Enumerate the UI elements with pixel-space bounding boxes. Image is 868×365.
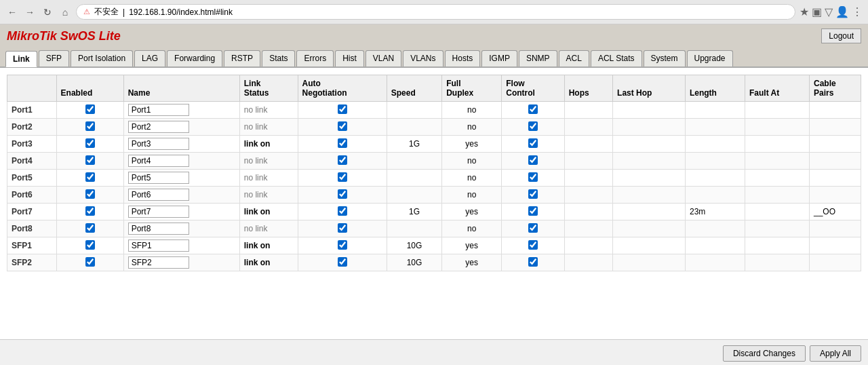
flow-control-cell[interactable] — [502, 119, 564, 136]
tab-errors[interactable]: Errors — [296, 50, 334, 66]
name-cell[interactable] — [123, 187, 239, 204]
enabled-cell[interactable] — [56, 136, 123, 153]
star-icon[interactable]: ★ — [800, 5, 809, 18]
name-input[interactable] — [128, 189, 189, 201]
name-cell[interactable] — [123, 102, 239, 119]
flow-control-cell[interactable] — [502, 170, 564, 187]
enabled-cell[interactable] — [56, 102, 123, 119]
enabled-checkbox[interactable] — [85, 155, 95, 165]
flow-control-checkbox[interactable] — [528, 240, 538, 250]
auto-neg-checkbox[interactable] — [338, 257, 347, 267]
enabled-checkbox[interactable] — [85, 223, 95, 233]
enabled-checkbox[interactable] — [85, 206, 95, 216]
auto-neg-cell[interactable] — [298, 204, 387, 220]
enabled-checkbox[interactable] — [85, 172, 95, 182]
tab-vlans[interactable]: VLANs — [403, 50, 443, 66]
address-bar[interactable]: ⚠ 不安全 | 192.168.1.90/index.html#link — [76, 4, 795, 20]
tab-hosts[interactable]: Hosts — [445, 50, 481, 66]
tab-acl-stats[interactable]: ACL Stats — [591, 50, 642, 66]
name-cell[interactable] — [123, 237, 239, 254]
auto-neg-cell[interactable] — [298, 254, 387, 271]
name-input[interactable] — [128, 121, 189, 133]
tab-vlan[interactable]: VLAN — [366, 50, 401, 66]
tab-system[interactable]: System — [644, 50, 686, 66]
name-input[interactable] — [128, 104, 189, 116]
enabled-cell[interactable] — [56, 237, 123, 254]
enabled-checkbox[interactable] — [85, 240, 95, 250]
tab-acl[interactable]: ACL — [559, 50, 589, 66]
tab-forwarding[interactable]: Forwarding — [167, 50, 222, 66]
auto-neg-checkbox[interactable] — [338, 240, 347, 250]
auto-neg-checkbox[interactable] — [338, 121, 347, 131]
name-input[interactable] — [128, 223, 189, 235]
name-input[interactable] — [128, 138, 189, 150]
name-cell[interactable] — [123, 153, 239, 170]
logout-button[interactable]: Logout — [821, 28, 861, 43]
home-button[interactable]: ⌂ — [58, 5, 72, 19]
auto-neg-checkbox[interactable] — [338, 155, 347, 165]
profile-icon[interactable]: 👤 — [835, 5, 849, 18]
flow-control-checkbox[interactable] — [528, 138, 538, 148]
auto-neg-cell[interactable] — [298, 170, 387, 187]
tab-stats[interactable]: Stats — [262, 50, 295, 66]
back-button[interactable]: ← — [5, 5, 19, 19]
name-cell[interactable] — [123, 170, 239, 187]
tab-hist[interactable]: Hist — [335, 50, 364, 66]
name-input[interactable] — [128, 256, 189, 269]
name-cell[interactable] — [123, 204, 239, 220]
extension-icon[interactable]: ▽ — [825, 5, 833, 18]
auto-neg-checkbox[interactable] — [338, 189, 347, 199]
flow-control-cell[interactable] — [502, 220, 564, 237]
enabled-cell[interactable] — [56, 254, 123, 271]
enabled-cell[interactable] — [56, 187, 123, 204]
auto-neg-checkbox[interactable] — [338, 172, 347, 182]
enabled-checkbox[interactable] — [85, 104, 95, 114]
flow-control-checkbox[interactable] — [528, 104, 538, 114]
flow-control-checkbox[interactable] — [528, 172, 538, 182]
auto-neg-cell[interactable] — [298, 102, 387, 119]
enabled-checkbox[interactable] — [85, 121, 95, 131]
tab-port-isolation[interactable]: Port Isolation — [71, 50, 133, 66]
tab-lag[interactable]: LAG — [134, 50, 165, 66]
discard-changes-button[interactable]: Discard Changes — [723, 345, 806, 362]
cast-icon[interactable]: ▣ — [812, 5, 822, 18]
name-cell[interactable] — [123, 220, 239, 237]
tab-link[interactable]: Link — [5, 51, 37, 67]
enabled-cell[interactable] — [56, 220, 123, 237]
name-cell[interactable] — [123, 136, 239, 153]
flow-control-cell[interactable] — [502, 136, 564, 153]
auto-neg-cell[interactable] — [298, 237, 387, 254]
auto-neg-checkbox[interactable] — [338, 223, 347, 233]
reload-button[interactable]: ↻ — [41, 5, 54, 19]
menu-icon[interactable]: ⋮ — [852, 5, 863, 18]
flow-control-checkbox[interactable] — [528, 257, 538, 267]
flow-control-checkbox[interactable] — [528, 189, 538, 199]
tab-upgrade[interactable]: Upgrade — [687, 50, 733, 66]
name-cell[interactable] — [123, 254, 239, 271]
flow-control-cell[interactable] — [502, 153, 564, 170]
auto-neg-cell[interactable] — [298, 136, 387, 153]
name-input[interactable] — [128, 206, 189, 218]
auto-neg-checkbox[interactable] — [338, 138, 347, 148]
tab-igmp[interactable]: IGMP — [481, 50, 517, 66]
enabled-checkbox[interactable] — [85, 189, 95, 199]
flow-control-checkbox[interactable] — [528, 155, 538, 165]
auto-neg-checkbox[interactable] — [338, 104, 347, 114]
tab-sfp[interactable]: SFP — [39, 50, 69, 66]
flow-control-checkbox[interactable] — [528, 223, 538, 233]
apply-all-button[interactable]: Apply All — [810, 345, 861, 362]
enabled-cell[interactable] — [56, 153, 123, 170]
enabled-cell[interactable] — [56, 204, 123, 220]
enabled-cell[interactable] — [56, 119, 123, 136]
flow-control-cell[interactable] — [502, 204, 564, 220]
flow-control-cell[interactable] — [502, 254, 564, 271]
flow-control-cell[interactable] — [502, 237, 564, 254]
auto-neg-checkbox[interactable] — [338, 206, 347, 216]
enabled-checkbox[interactable] — [85, 257, 95, 267]
auto-neg-cell[interactable] — [298, 187, 387, 204]
forward-button[interactable]: → — [23, 5, 37, 19]
name-cell[interactable] — [123, 119, 239, 136]
auto-neg-cell[interactable] — [298, 153, 387, 170]
flow-control-cell[interactable] — [502, 102, 564, 119]
enabled-checkbox[interactable] — [85, 138, 95, 148]
